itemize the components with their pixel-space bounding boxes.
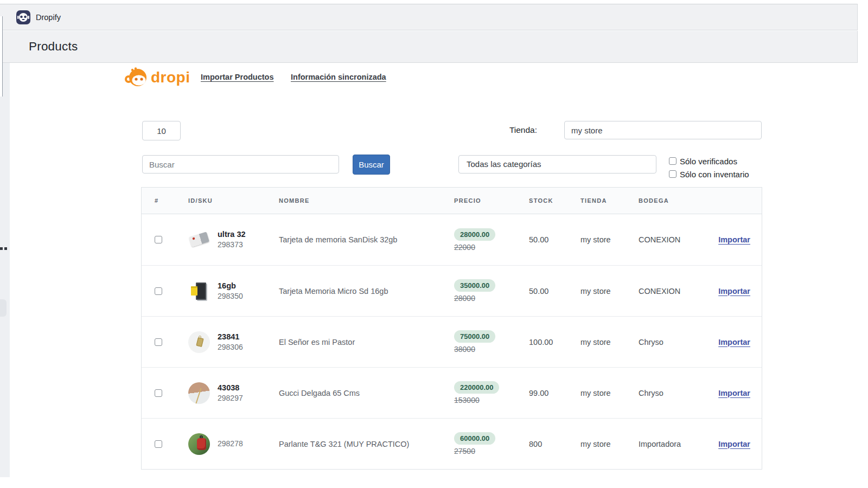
verified-only-label: Sólo verificados — [680, 157, 737, 166]
dropi-wordmark: dropi — [151, 69, 190, 86]
col-header-action — [693, 188, 763, 214]
product-stock: 800 — [516, 419, 567, 469]
col-header-num: # — [142, 188, 175, 214]
product-name: Tarjeta Memoria Micro Sd 16gb — [266, 266, 441, 316]
col-header-name: NOMBRE — [266, 188, 441, 214]
table-row: 16gb 298350 Tarjeta Memoria Micro Sd 16g… — [142, 265, 762, 316]
search-input[interactable] — [142, 155, 339, 174]
old-price: 38000 — [454, 345, 475, 354]
price-badge: 75000.00 — [454, 330, 495, 343]
page-size-input[interactable] — [142, 121, 181, 140]
row-checkbox[interactable] — [155, 440, 162, 448]
product-warehouse: Chryso — [626, 317, 693, 367]
dropify-app-icon — [16, 10, 30, 24]
microsd-reader-image — [188, 280, 210, 302]
old-price: 153000 — [454, 396, 480, 404]
app-topbar: Dropify — [0, 4, 858, 30]
dropi-logo: dropi — [124, 65, 190, 90]
product-stock: 99.00 — [516, 368, 567, 418]
old-price: 22000 — [454, 243, 475, 252]
import-row-link[interactable]: Importar — [718, 389, 750, 397]
left-rail — [0, 63, 10, 477]
product-stock: 50.00 — [516, 214, 567, 265]
product-store: my store — [567, 266, 626, 316]
app-brand: Dropify — [16, 10, 61, 24]
product-store: my store — [567, 419, 626, 469]
col-header-sku: ID/SKU — [175, 188, 266, 214]
product-warehouse: CONEXION — [626, 266, 693, 316]
old-price: 28000 — [454, 294, 475, 303]
table-header-row: # ID/SKU NOMBRE PRECIO STOCK TIENDA BODE… — [142, 188, 762, 214]
category-select[interactable]: Todas las categorías — [458, 155, 656, 174]
product-sku-id: 298350 — [218, 291, 243, 301]
col-header-stock: STOCK — [516, 188, 567, 214]
panel-edge — [0, 16, 3, 97]
product-name: El Señor es mi Pastor — [266, 317, 441, 367]
rail-dot — [0, 247, 3, 250]
table-row: ultra 32 298373 Tarjeta de memoria SanDi… — [142, 214, 762, 265]
necklace-image — [188, 382, 210, 404]
col-header-warehouse: BODEGA — [626, 188, 693, 214]
rail-handle[interactable] — [0, 299, 7, 317]
product-sku-id: 298278 — [218, 439, 243, 449]
product-store: my store — [567, 368, 626, 418]
price-badge: 60000.00 — [454, 432, 495, 445]
table-row: 43038 298297 Gucci Delgada 65 Cms 220000… — [142, 367, 762, 418]
row-checkbox[interactable] — [155, 389, 162, 397]
products-table: # ID/SKU NOMBRE PRECIO STOCK TIENDA BODE… — [141, 187, 762, 470]
product-warehouse: Chryso — [626, 368, 693, 418]
table-row: 23841 298306 El Señor es mi Pastor 75000… — [142, 316, 762, 367]
product-store: my store — [567, 214, 626, 265]
old-price: 27500 — [454, 447, 475, 455]
price-badge: 28000.00 — [454, 228, 495, 241]
speaker-image — [188, 433, 210, 455]
import-row-link[interactable]: Importar — [718, 440, 750, 448]
search-button[interactable]: Buscar — [353, 155, 390, 175]
gold-tag-image — [188, 331, 210, 353]
row-checkbox[interactable] — [155, 287, 162, 295]
product-warehouse: Importadora — [626, 419, 693, 469]
verified-only-checkbox[interactable] — [669, 157, 676, 165]
table-row: 298278 Parlante T&G 321 (MUY PRACTICO) 6… — [142, 418, 762, 469]
inventory-only-checkbox[interactable] — [669, 170, 676, 178]
price-badge: 220000.00 — [454, 381, 499, 394]
product-sku-id: 298306 — [218, 342, 243, 352]
page-header: Products — [0, 31, 858, 63]
product-sku-title: ultra 32 — [218, 229, 246, 240]
product-sku-title: 43038 — [218, 383, 243, 393]
table-body: ultra 32 298373 Tarjeta de memoria SanDi… — [142, 214, 762, 469]
row-checkbox[interactable] — [155, 236, 162, 243]
product-name: Parlante T&G 321 (MUY PRACTICO) — [266, 419, 441, 469]
product-sku-id: 298373 — [218, 240, 246, 250]
import-row-link[interactable]: Importar — [718, 287, 750, 296]
product-sku-title: 16gb — [218, 281, 243, 291]
import-row-link[interactable]: Importar — [718, 235, 750, 244]
product-sku-id: 298297 — [218, 393, 243, 403]
product-name: Gucci Delgada 65 Cms — [266, 368, 441, 418]
dropi-mascot-icon — [124, 66, 149, 89]
synced-info-link[interactable]: Información sincronizada — [291, 73, 386, 81]
row-checkbox[interactable] — [155, 338, 162, 346]
store-input[interactable] — [564, 121, 762, 139]
product-store: my store — [567, 317, 626, 367]
inventory-only-label: Sólo con inventario — [680, 170, 749, 179]
filter-checkboxes: Sólo verificados Sólo con inventario — [669, 156, 749, 182]
col-header-price: PRECIO — [441, 188, 516, 214]
import-products-link[interactable]: Importar Productos — [201, 73, 274, 81]
product-name: Tarjeta de memoria SanDisk 32gb — [266, 214, 441, 265]
product-sku-title: 23841 — [218, 332, 243, 342]
price-badge: 35000.00 — [454, 279, 495, 292]
app-title: Dropify — [36, 13, 61, 22]
rail-dot — [4, 247, 7, 250]
product-warehouse: CONEXION — [626, 214, 693, 265]
store-label: Tienda: — [472, 121, 537, 139]
col-header-store: TIENDA — [567, 188, 626, 214]
product-stock: 50.00 — [516, 266, 567, 316]
import-row-link[interactable]: Importar — [718, 338, 750, 346]
page-title: Products — [29, 40, 78, 54]
sd-card-image — [188, 229, 210, 251]
product-stock: 100.00 — [516, 317, 567, 367]
